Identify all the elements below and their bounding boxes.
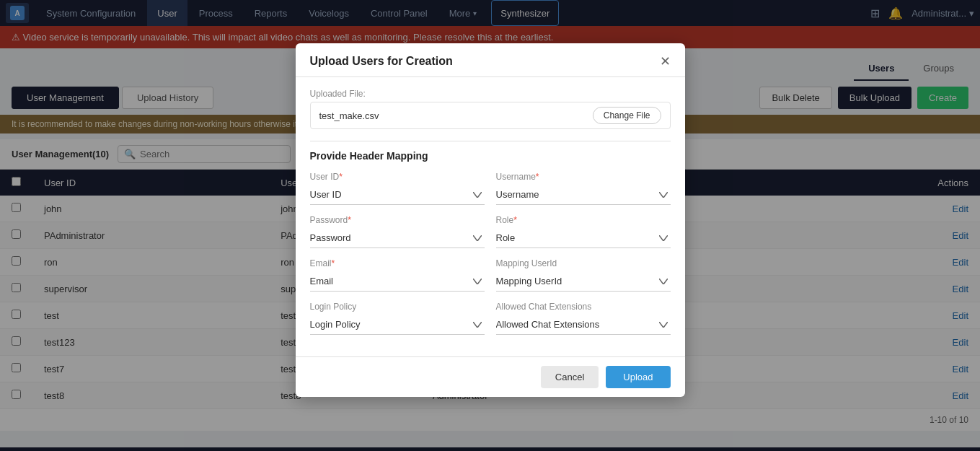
uploaded-file-label: Uploaded File: — [310, 89, 671, 99]
form-row-2: Password* Password Role* Role — [310, 215, 671, 248]
upload-button[interactable]: Upload — [606, 366, 670, 388]
uploaded-file-section: Uploaded File: test_make.csv Change File — [310, 89, 671, 129]
select-email[interactable]: Email — [310, 271, 485, 292]
uploaded-file-row: test_make.csv Change File — [310, 102, 671, 129]
select-role[interactable]: Role — [496, 228, 671, 248]
select-login-policy[interactable]: Login Policy — [310, 315, 485, 335]
label-password: Password* — [310, 215, 485, 225]
modal-overlay: Upload Users for Creation ✕ Uploaded Fil… — [0, 0, 980, 447]
section-title: Provide Header Mapping — [310, 141, 671, 162]
form-group-role: Role* Role — [496, 215, 671, 248]
modal-close-button[interactable]: ✕ — [660, 55, 671, 68]
modal-footer: Cancel Upload — [296, 356, 685, 397]
form-group-username: Username* Username — [496, 172, 671, 205]
upload-users-modal: Upload Users for Creation ✕ Uploaded Fil… — [296, 43, 685, 397]
cancel-button[interactable]: Cancel — [541, 366, 599, 388]
form-row-3: Email* Email Mapping UserId Mapping User… — [310, 258, 671, 292]
form-row-1: User ID* User ID Username* Username — [310, 172, 671, 205]
form-group-login-policy: Login Policy Login Policy — [310, 302, 485, 335]
label-role: Role* — [496, 215, 671, 225]
modal-title: Upload Users for Creation — [310, 55, 453, 68]
label-allowed-chat: Allowed Chat Extensions — [496, 302, 671, 312]
label-login-policy: Login Policy — [310, 302, 485, 312]
form-group-email: Email* Email — [310, 258, 485, 292]
modal-header: Upload Users for Creation ✕ — [296, 43, 685, 77]
select-username[interactable]: Username — [496, 185, 671, 205]
select-allowed-chat[interactable]: Allowed Chat Extensions — [496, 315, 671, 335]
select-password[interactable]: Password — [310, 228, 485, 248]
label-email: Email* — [310, 258, 485, 268]
form-group-allowed-chat: Allowed Chat Extensions Allowed Chat Ext… — [496, 302, 671, 335]
label-userid: User ID* — [310, 172, 485, 182]
form-row-4: Login Policy Login Policy Allowed Chat E… — [310, 302, 671, 335]
change-file-button[interactable]: Change File — [593, 107, 661, 124]
modal-body: Uploaded File: test_make.csv Change File… — [296, 77, 685, 356]
form-group-password: Password* Password — [310, 215, 485, 248]
select-mapping-userid[interactable]: Mapping UserId — [496, 271, 671, 292]
uploaded-file-name: test_make.csv — [319, 110, 379, 121]
form-group-userid: User ID* User ID — [310, 172, 485, 205]
label-mapping-userid: Mapping UserId — [496, 258, 671, 268]
label-username: Username* — [496, 172, 671, 182]
select-userid[interactable]: User ID — [310, 185, 485, 205]
form-group-mapping-userid: Mapping UserId Mapping UserId — [496, 258, 671, 292]
